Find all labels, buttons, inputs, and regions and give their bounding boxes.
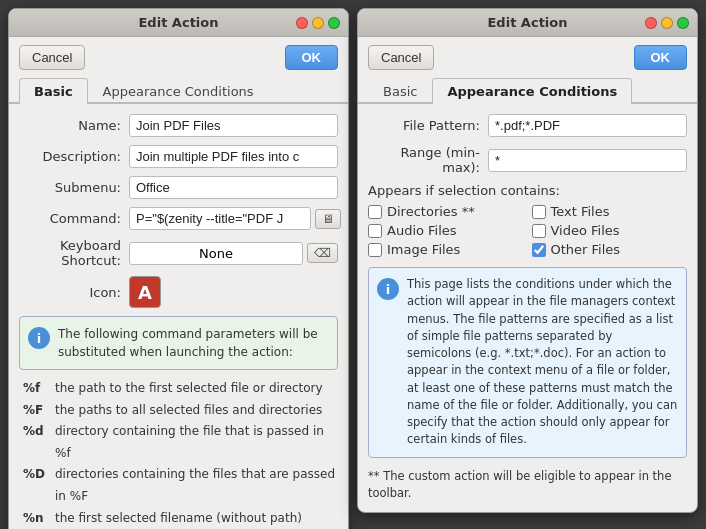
param-f: %f the path to the first selected file o… [23, 378, 338, 400]
icon-label: Icon: [19, 285, 129, 300]
right-close-btn[interactable] [645, 17, 657, 29]
param-D-code: %D [23, 464, 51, 507]
action-icon[interactable]: A [129, 276, 161, 308]
name-input[interactable] [129, 114, 338, 137]
left-ok-button[interactable]: OK [285, 45, 339, 70]
shortcut-display[interactable]: None [129, 242, 303, 265]
left-title-bar: Edit Action [9, 9, 348, 37]
submenu-label: Submenu: [19, 180, 129, 195]
desc-label: Description: [19, 149, 129, 164]
left-tab-appearance[interactable]: Appearance Conditions [88, 78, 269, 104]
right-min-btn[interactable] [661, 17, 673, 29]
directories-checkbox[interactable] [368, 205, 382, 219]
param-F-desc: the paths to all selected files and dire… [55, 400, 322, 422]
file-pattern-label: File Pattern: [368, 118, 488, 133]
right-dialog-header: Cancel OK [358, 37, 697, 78]
text-files-item: Text Files [532, 204, 688, 219]
right-title-bar: Edit Action [358, 9, 697, 37]
command-row: Command: 🖥 [19, 207, 338, 230]
param-f-desc: the path to the first selected file or d… [55, 378, 323, 400]
video-files-item: Video Files [532, 223, 688, 238]
left-dialog-body: Name: Description: Submenu: Command: 🖥 K… [9, 104, 348, 529]
video-files-checkbox[interactable] [532, 224, 546, 238]
param-n-code: %n [23, 508, 51, 529]
directories-item: Directories ** [368, 204, 524, 219]
right-cancel-button[interactable]: Cancel [368, 45, 434, 70]
left-tab-basic[interactable]: Basic [19, 78, 88, 104]
image-files-item: Image Files [368, 242, 524, 257]
command-field-group: 🖥 [129, 207, 341, 230]
param-d-code: %d [23, 421, 51, 464]
video-files-label: Video Files [551, 223, 620, 238]
shortcut-label: Keyboard Shortcut: [19, 238, 129, 268]
right-dialog-body: File Pattern: Range (min-max): Appears i… [358, 104, 697, 512]
left-max-btn[interactable] [328, 17, 340, 29]
left-info-box: i The following command parameters will … [19, 316, 338, 370]
footer-note: ** The custom action will be eligible to… [368, 468, 687, 503]
desc-input[interactable] [129, 145, 338, 168]
text-files-checkbox[interactable] [532, 205, 546, 219]
range-label: Range (min-max): [368, 145, 488, 175]
param-list: %f the path to the first selected file o… [19, 378, 338, 529]
left-info-text: The following command parameters will be… [58, 325, 329, 361]
param-n: %n the first selected filename (without … [23, 508, 338, 529]
text-files-label: Text Files [551, 204, 610, 219]
left-cancel-button[interactable]: Cancel [19, 45, 85, 70]
right-info-text: This page lists the conditions under whi… [407, 276, 678, 449]
right-ok-button[interactable]: OK [634, 45, 688, 70]
right-dialog-title: Edit Action [487, 15, 567, 30]
right-info-icon: i [377, 278, 399, 300]
other-files-item: Other Files [532, 242, 688, 257]
icon-area: A [129, 276, 161, 308]
right-window-controls [645, 17, 689, 29]
left-dialog: Edit Action Cancel OK Basic Appearance C… [8, 8, 349, 529]
right-tab-basic[interactable]: Basic [368, 78, 432, 104]
command-input[interactable] [129, 207, 311, 230]
param-D-desc: directories containing the files that ar… [55, 464, 338, 507]
other-files-checkbox[interactable] [532, 243, 546, 257]
appears-label: Appears if selection contains: [368, 183, 687, 198]
right-max-btn[interactable] [677, 17, 689, 29]
left-window-controls [296, 17, 340, 29]
param-F-code: %F [23, 400, 51, 422]
range-row: Range (min-max): [368, 145, 687, 175]
file-pattern-input[interactable] [488, 114, 687, 137]
desc-row: Description: [19, 145, 338, 168]
left-tabs: Basic Appearance Conditions [9, 78, 348, 104]
info-icon: i [28, 327, 50, 349]
other-files-label: Other Files [551, 242, 621, 257]
file-pattern-row: File Pattern: [368, 114, 687, 137]
param-F: %F the paths to all selected files and d… [23, 400, 338, 422]
left-dialog-header: Cancel OK [9, 37, 348, 78]
shortcut-clear-button[interactable]: ⌫ [307, 243, 338, 263]
param-D: %D directories containing the files that… [23, 464, 338, 507]
right-info-box: i This page lists the conditions under w… [368, 267, 687, 458]
param-f-code: %f [23, 378, 51, 400]
left-min-btn[interactable] [312, 17, 324, 29]
directories-label: Directories ** [387, 204, 475, 219]
audio-files-item: Audio Files [368, 223, 524, 238]
left-dialog-title: Edit Action [138, 15, 218, 30]
command-browse-button[interactable]: 🖥 [315, 209, 341, 229]
range-input[interactable] [488, 149, 687, 172]
name-label: Name: [19, 118, 129, 133]
command-label: Command: [19, 211, 129, 226]
image-files-checkbox[interactable] [368, 243, 382, 257]
checkbox-grid: Directories ** Text Files Audio Files Vi… [368, 204, 687, 257]
audio-files-checkbox[interactable] [368, 224, 382, 238]
shortcut-field-group: None ⌫ [129, 242, 338, 265]
shortcut-row: Keyboard Shortcut: None ⌫ [19, 238, 338, 268]
right-tab-appearance[interactable]: Appearance Conditions [432, 78, 632, 104]
audio-files-label: Audio Files [387, 223, 457, 238]
right-dialog: Edit Action Cancel OK Basic Appearance C… [357, 8, 698, 513]
submenu-row: Submenu: [19, 176, 338, 199]
submenu-input[interactable] [129, 176, 338, 199]
param-d: %d directory containing the file that is… [23, 421, 338, 464]
param-n-desc: the first selected filename (without pat… [55, 508, 302, 529]
name-row: Name: [19, 114, 338, 137]
right-tabs: Basic Appearance Conditions [358, 78, 697, 104]
param-d-desc: directory containing the file that is pa… [55, 421, 338, 464]
icon-row: Icon: A [19, 276, 338, 308]
left-close-btn[interactable] [296, 17, 308, 29]
image-files-label: Image Files [387, 242, 460, 257]
